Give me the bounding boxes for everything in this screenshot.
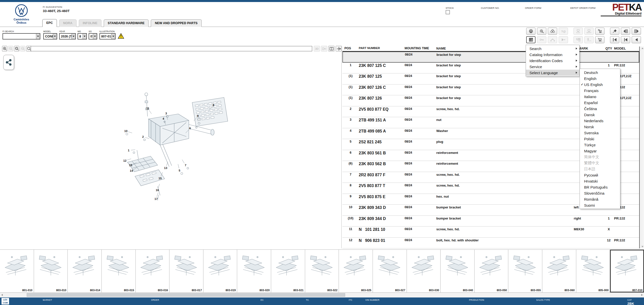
binoculars-button[interactable] xyxy=(548,28,557,35)
thumbnail-805-000[interactable]: 805-000 xyxy=(576,250,610,292)
thumbnail-803-060[interactable]: 803-060 xyxy=(542,250,576,292)
column-header-pos[interactable]: POS xyxy=(342,47,359,51)
thumbnail-803-040[interactable]: 803-040 xyxy=(441,250,475,292)
chevron-down-icon[interactable] xyxy=(83,34,86,39)
pin-button[interactable] xyxy=(610,28,619,35)
column-header-model[interactable]: MODEL xyxy=(614,47,639,51)
language-item-8[interactable]: Dansk xyxy=(580,112,620,118)
chevron-down-icon[interactable] xyxy=(36,34,40,39)
splitter-arrows-button[interactable] xyxy=(336,46,342,52)
fi-search-combobox[interactable] xyxy=(3,33,40,39)
thumbnail-803-027[interactable]: 803-027 xyxy=(373,250,407,292)
language-item-9[interactable]: Nederlands xyxy=(580,118,620,124)
thumbnail-803-055[interactable]: 803-055 xyxy=(508,250,542,292)
column-header-part-number[interactable]: PART NUMBER xyxy=(359,47,404,51)
language-item-5[interactable]: Italiano xyxy=(580,94,620,100)
nav-prev-section-button[interactable] xyxy=(621,36,630,43)
chevron-down-icon[interactable] xyxy=(111,34,115,39)
panel-splitter[interactable] xyxy=(341,46,342,248)
column-header-mounting-time[interactable]: MOUNTING TIME xyxy=(404,47,436,51)
thumbnail-scrollbar-thumb[interactable] xyxy=(27,293,345,297)
tab-standard-hardware[interactable]: STANDARD HARDWARE xyxy=(104,19,149,27)
language-item-19[interactable]: Hrvatski xyxy=(580,178,620,184)
scroll-left-icon[interactable] xyxy=(1,294,3,296)
tab-nora[interactable]: NORA xyxy=(59,19,77,27)
table-row[interactable]: 08/24bracket for step xyxy=(342,52,639,63)
language-item-11[interactable]: Svenska xyxy=(580,130,620,136)
language-item-1[interactable]: Deutsch xyxy=(580,69,620,75)
language-item-3[interactable]: ✓US English xyxy=(580,81,620,88)
scroll-up-icon[interactable] xyxy=(641,48,643,49)
printer-button[interactable] xyxy=(526,28,535,35)
menu-item-identification-codes[interactable]: Identification Codes xyxy=(526,58,579,64)
tab-new-and-dropped-parts[interactable]: NEW AND DROPPED PARTS xyxy=(151,19,201,27)
warning-triangle-icon[interactable] xyxy=(118,33,124,39)
language-item-13[interactable]: Türkçe xyxy=(580,142,620,148)
language-item-23[interactable]: Suomi xyxy=(580,202,620,208)
language-item-12[interactable]: Polski xyxy=(580,136,620,142)
thumbnail-803-016[interactable]: 803-016 xyxy=(136,250,170,292)
thumbnail-803-030[interactable]: 803-030 xyxy=(407,250,441,292)
table-row[interactable]: 12N 906 823 0108/24bolt, hex. hd. with s… xyxy=(342,238,639,249)
stock-checkbox[interactable] xyxy=(446,10,450,14)
chevron-down-icon[interactable] xyxy=(53,34,57,39)
thumbnail-803-010[interactable]: 803-010 xyxy=(34,250,68,292)
thumbnail-807-010[interactable]: 807-010 xyxy=(610,250,644,292)
thumbnail-803-019[interactable]: 803-019 xyxy=(203,250,237,292)
menu-item-catalog-information[interactable]: Catalog Information xyxy=(526,52,579,58)
scroll-down-icon[interactable] xyxy=(641,246,643,247)
illustration-nav-bar[interactable] xyxy=(31,46,312,51)
language-item-7[interactable]: Čeština xyxy=(580,106,620,112)
menu-item-select-language[interactable]: Select Language xyxy=(526,70,579,76)
thumbnail-803-015[interactable]: 803-015 xyxy=(102,250,136,292)
mg-combobox[interactable]: 8 xyxy=(78,33,87,39)
tab-infoline[interactable]: INFOLINE xyxy=(79,19,101,27)
doc-prev-button[interactable] xyxy=(621,28,630,35)
language-item-4[interactable]: Français xyxy=(580,88,620,94)
thumbnail-803-022[interactable]: 803-022 xyxy=(305,250,339,292)
language-item-21[interactable]: Slovenščina xyxy=(580,190,620,196)
sg-combobox[interactable]: 07 xyxy=(89,33,97,39)
thumbnail-803-020[interactable]: 803-020 xyxy=(237,250,271,292)
share-button[interactable] xyxy=(3,55,14,70)
table-row[interactable]: 11N 101 281 1008/24screw, hex. hd.M8X30X xyxy=(342,227,639,238)
language-item-20[interactable]: BR Português xyxy=(580,184,620,190)
menu-item-service[interactable]: Service xyxy=(526,64,579,70)
scroll-right-icon[interactable] xyxy=(641,294,643,296)
cart-import-button[interactable] xyxy=(595,28,604,35)
list-view-button[interactable] xyxy=(526,36,535,43)
cart-button[interactable] xyxy=(595,36,604,43)
year-combobox[interactable]: 2026 (T) xyxy=(59,33,76,39)
zoom-in-button[interactable] xyxy=(2,46,7,52)
language-item-2[interactable]: English xyxy=(580,75,620,81)
thumbnail-803-021[interactable]: 803-021 xyxy=(271,250,305,292)
nav-prev-button[interactable] xyxy=(632,36,641,43)
language-item-10[interactable]: Norsk xyxy=(580,124,620,130)
thumbnail-scrollbar[interactable] xyxy=(0,293,644,297)
thumbnail-801-010[interactable]: 801-010 xyxy=(0,250,34,292)
language-item-6[interactable]: Español xyxy=(580,100,620,106)
nav-first-button[interactable] xyxy=(610,36,619,43)
thumbnail-803-017[interactable]: 803-017 xyxy=(169,250,203,292)
language-item-14[interactable]: Magyar xyxy=(580,148,620,154)
table-scrollbar[interactable] xyxy=(640,47,644,248)
menu-item-search[interactable]: Search xyxy=(526,46,579,52)
language-item-18[interactable]: Русский xyxy=(580,172,620,178)
split-view-button[interactable] xyxy=(328,46,335,52)
language-label: Polski xyxy=(584,137,594,141)
model-combobox[interactable]: COND xyxy=(43,33,57,39)
language-item-22[interactable]: Română xyxy=(580,196,620,202)
thumbnail-803-025[interactable]: 803-025 xyxy=(339,250,373,292)
thumbnail-803-014[interactable]: 803-014 xyxy=(68,250,102,292)
tire-inspect-button[interactable] xyxy=(537,28,546,35)
column-header-qty[interactable]: QTY xyxy=(603,47,614,51)
parts-illustration[interactable]: 113498102161215141357151617 xyxy=(111,87,239,207)
doc-next-button[interactable] xyxy=(632,28,641,35)
illustration-combobox[interactable]: 807-010 xyxy=(99,33,116,39)
chevron-down-icon[interactable] xyxy=(93,34,97,39)
zoom-area-button[interactable] xyxy=(14,46,19,52)
chevron-down-icon[interactable] xyxy=(71,34,75,39)
thumbnail-803-050[interactable]: 803-050 xyxy=(475,250,509,292)
table-row[interactable]: (10)23K 809 344 D08/24bumper bracketrigh… xyxy=(342,216,639,227)
tab-epc[interactable]: EPC xyxy=(42,19,57,27)
